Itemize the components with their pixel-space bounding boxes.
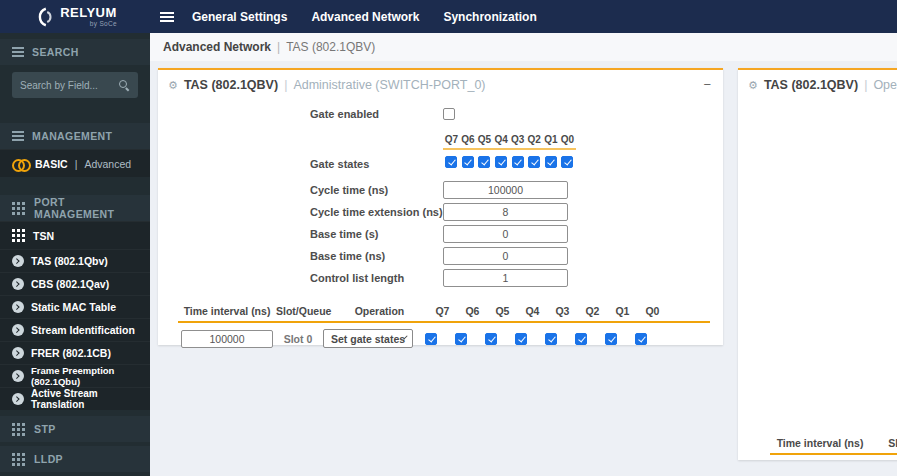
tas-administrative-panel: ⚙ TAS (802.1QBV) | Administrative (SWITC… [158,68,723,345]
base-time-ns-label: Base time (ns) [310,250,443,262]
gate-state-q6-checkbox[interactable] [462,156,474,168]
control-list-length-input[interactable] [443,269,568,287]
panel-header: ⚙ TAS (802.1QBV) | Administrative (SWITC… [158,70,723,96]
table-header-underline [770,453,897,455]
grid-icon [12,202,15,205]
logo-text: RELYUM by SoCe [60,6,117,28]
breadcrumb-section: Advanced Network [163,40,271,54]
top-navbar: RELYUM by SoCe General Settings Advanced… [0,0,897,33]
row-q6-checkbox[interactable] [455,333,467,345]
gate-states-underline [443,148,576,150]
sidebar-header-stp[interactable]: STP [0,416,150,442]
gate-enabled-checkbox[interactable] [443,108,455,120]
cycle-time-row: Cycle time (ns) [158,181,723,199]
app-window: RELYUM by SoCe General Settings Advanced… [0,0,897,476]
grid-icon [12,229,15,232]
cycle-time-label: Cycle time (ns) [310,184,443,196]
base-time-ns-input[interactable] [443,247,568,265]
cycle-time-input[interactable] [443,181,568,199]
panel-title: TAS (802.1QBV) [184,78,278,92]
gate-enabled-row: Gate enabled [158,104,723,124]
gate-states-row: Gate states Q7 Q6 Q5 Q4 Q3 Q2 Q1 Q0 [158,134,723,172]
collapse-button[interactable]: − [703,78,711,91]
gate-enabled-label: Gate enabled [310,108,443,120]
row-q1-checkbox[interactable] [605,333,617,345]
row-q5-checkbox[interactable] [485,333,497,345]
breadcrumb-page: TAS (802.1QBV) [286,40,375,54]
sidebar-item-tsn[interactable]: TSN [0,221,150,249]
sidebar-item-basic-advanced[interactable]: BASIC | Advanced [0,149,150,177]
sliders-icon [12,47,24,57]
brand-logo[interactable]: RELYUM by SoCe [0,0,150,33]
sidebar-item-active-stream-translation[interactable]: Active Stream Translation [0,387,150,410]
grid-icon [12,453,15,456]
chevron-right-icon [12,347,24,359]
sidebar-item-frame-preemption[interactable]: Frame Preemption (802.1Qbu) [0,364,150,387]
sidebar-header-port-management: PORT MANAGEMENT [0,195,150,221]
row-q0-checkbox[interactable] [635,333,647,345]
row-q2-checkbox[interactable] [575,333,587,345]
sidebar-search [0,65,150,105]
table-header-row: Time interval (ns) Slot/Queue [770,435,897,451]
basic-label: BASIC [35,158,68,170]
time-interval-input[interactable] [181,330,273,348]
gate-states-queue-labels: Q7 Q6 Q5 Q4 Q3 Q2 Q1 Q0 [443,134,576,145]
control-list-length-row: Control list length [158,269,723,287]
panel-header: ⚙ TAS (802.1QBV) | Operative (SWITCH-POR… [738,70,897,96]
base-time-s-label: Base time (s) [310,228,443,240]
base-time-s-row: Base time (s) [158,225,723,243]
cycle-time-extension-input[interactable] [443,203,568,221]
gate-state-q3-checkbox[interactable] [512,156,524,168]
operation-select[interactable]: Set gate states [323,329,413,348]
control-list-length-label: Control list length [310,272,443,284]
gate-state-q7-checkbox[interactable] [445,156,457,168]
gear-icon: ⚙ [748,80,758,91]
search-icon[interactable] [118,79,130,91]
table-row: Slot 0 Set gate states [178,329,710,348]
gate-state-q2-checkbox[interactable] [528,156,540,168]
sidebar-item-stream-identification[interactable]: Stream Identification [0,318,150,341]
grid-icon [12,423,15,426]
relyum-logo-icon [33,6,55,28]
panel-subtitle: Operative (SWITCH-PORT_0) [873,78,897,92]
sidebar-header-management: MANAGEMENT [0,123,150,149]
content-area: Advanced Network | TAS (802.1QBV) ⚙ TAS … [150,33,897,476]
nav-synchronization[interactable]: Synchronization [443,10,536,24]
panel-subtitle: Administrative (SWITCH-PORT_0) [293,78,485,92]
main-menu: General Settings Advanced Network Synchr… [192,10,537,24]
gate-state-q0-checkbox[interactable] [561,156,573,168]
gate-state-q5-checkbox[interactable] [478,156,490,168]
table-header-underline [178,321,710,323]
base-time-ns-row: Base time (ns) [158,247,723,265]
rings-icon [12,159,28,169]
sidebar-item-frer[interactable]: FRER (802.1CB) [0,341,150,364]
operative-control-list-table: Time interval (ns) Slot/Queue [770,435,897,455]
sidebar-header-lldp[interactable]: LLDP [0,446,150,472]
chevron-right-icon [12,324,24,336]
sidebar-item-tas[interactable]: TAS (802.1Qbv) [0,249,150,272]
row-q4-checkbox[interactable] [515,333,527,345]
sidebar-item-cbs[interactable]: CBS (802.1Qav) [0,272,150,295]
nav-general-settings[interactable]: General Settings [192,10,287,24]
gear-icon: ⚙ [168,80,178,91]
hamburger-icon[interactable] [160,12,174,22]
chevron-right-icon [12,393,24,405]
logo-subtext: by SoCe [60,21,117,28]
base-time-s-input[interactable] [443,225,568,243]
sidebar-item-static-mac-table[interactable]: Static MAC Table [0,295,150,318]
advanced-label: Advanced [84,158,131,170]
cycle-time-extension-row: Cycle time extension (ns) [158,203,723,221]
sidebar: SEARCH MANAGEMENT BASIC | Advanced PORT … [0,33,150,476]
gate-state-q1-checkbox[interactable] [545,156,557,168]
row-q3-checkbox[interactable] [545,333,557,345]
row-q7-checkbox[interactable] [425,333,437,345]
nav-advanced-network[interactable]: Advanced Network [311,10,419,24]
table-header-row: Time interval (ns) Slot/Queue Operation … [178,303,710,319]
chevron-right-icon [12,370,24,382]
slot-cell: Slot 0 [276,333,320,345]
sliders-icon [12,131,24,141]
control-list-table: Time interval (ns) Slot/Queue Operation … [178,303,710,348]
search-input[interactable] [20,80,118,91]
gate-state-q4-checkbox[interactable] [495,156,507,168]
panel-title: TAS (802.1QBV) [764,78,858,92]
